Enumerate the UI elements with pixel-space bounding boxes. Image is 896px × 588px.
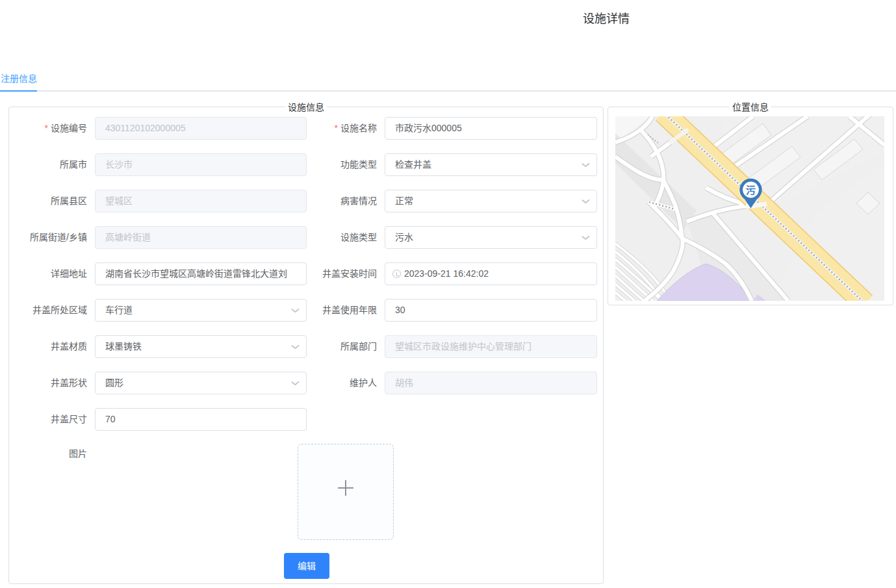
svg-text:污: 污 xyxy=(746,185,756,196)
